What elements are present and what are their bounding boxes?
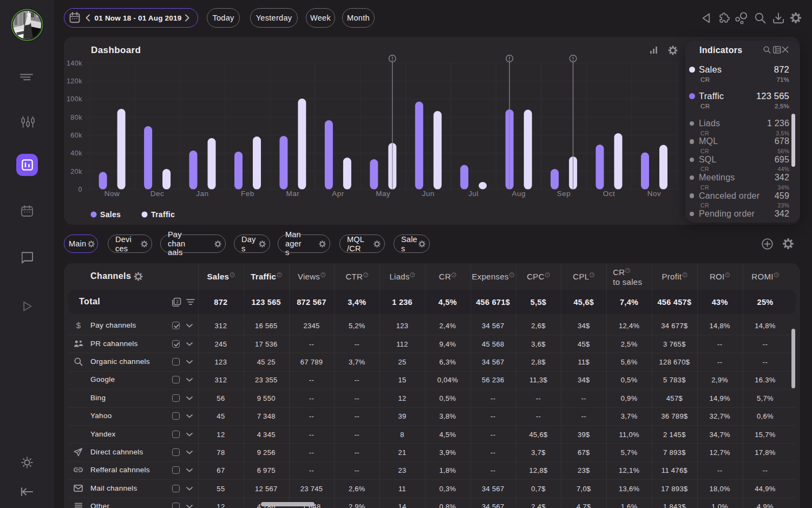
svg-text:Sales: Sales [100,210,121,219]
svg-text:Mar: Mar [286,190,300,198]
svg-text:60k: 60k [70,132,82,139]
svg-text:Apr: Apr [332,190,344,198]
svg-text:Nov: Nov [647,190,662,198]
svg-text:40k: 40k [70,149,82,157]
svg-text:Dec: Dec [150,190,165,198]
svg-text:Now: Now [104,190,120,198]
svg-text:Jun: Jun [422,190,435,198]
svg-text:Jan: Jan [196,190,208,198]
svg-text:Jul: Jul [468,190,479,198]
svg-text:80k: 80k [70,114,82,121]
svg-text:Traffic: Traffic [151,210,175,219]
svg-text:20k: 20k [70,168,82,175]
svg-text:120k: 120k [67,77,82,85]
svg-text:100k: 100k [67,95,82,103]
svg-text:0: 0 [78,186,82,193]
svg-text:Aug: Aug [512,190,526,198]
svg-text:May: May [376,190,390,198]
svg-text:Oct: Oct [603,190,615,198]
svg-text:2: 2 [176,299,179,304]
svg-text:Feb: Feb [241,190,254,198]
svg-text:Sep: Sep [557,190,571,198]
svg-text:140k: 140k [67,60,82,67]
